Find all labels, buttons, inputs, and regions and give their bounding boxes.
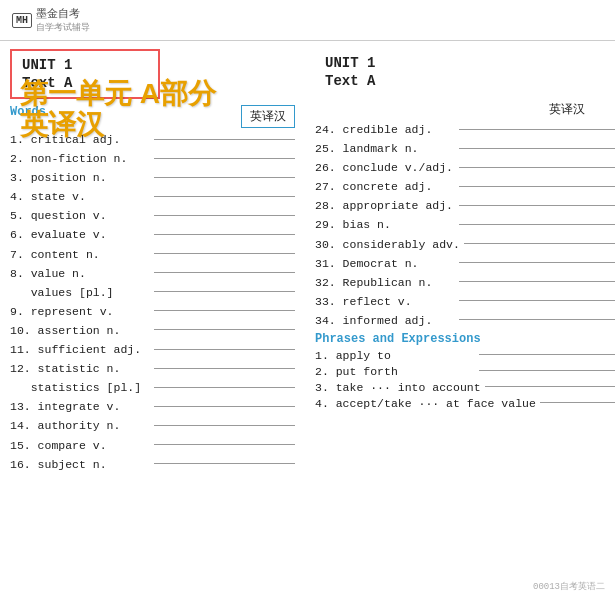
word-underline xyxy=(154,291,295,292)
word-text: values [pl.] xyxy=(10,285,150,301)
word-underline xyxy=(459,262,615,263)
word-item: 16. subject n. xyxy=(10,457,295,473)
word-item: 3. position n. xyxy=(10,170,295,186)
word-text: 9. represent v. xyxy=(10,304,150,320)
word-item: 14. authority n. xyxy=(10,418,295,434)
word-text: 25. landmark n. xyxy=(315,141,455,157)
word-item: 10. assertion n. xyxy=(10,323,295,339)
unit-title-right: UNIT 1 xyxy=(325,55,375,71)
word-item: 31. Democrat n. xyxy=(315,256,615,272)
phrase-item: 1. apply to xyxy=(315,349,615,362)
word-item: 9. represent v. xyxy=(10,304,295,320)
phrase-text: 3. take ··· into account xyxy=(315,381,481,394)
word-text: 31. Democrat n. xyxy=(315,256,455,272)
word-underline xyxy=(459,186,615,187)
word-text: 15. compare v. xyxy=(10,438,150,454)
word-item: 25. landmark n. xyxy=(315,141,615,157)
word-text: 14. authority n. xyxy=(10,418,150,434)
word-text: 8. value n. xyxy=(10,266,150,282)
word-underline xyxy=(154,368,295,369)
word-text: 27. concrete adj. xyxy=(315,179,455,195)
word-item: 27. concrete adj. xyxy=(315,179,615,195)
word-item: 8. value n. xyxy=(10,266,295,282)
word-underline xyxy=(154,196,295,197)
section-header-left: Words 英译汉 xyxy=(10,105,295,128)
phrase-item: 2. put forth xyxy=(315,365,615,378)
word-item: 15. compare v. xyxy=(10,438,295,454)
phrase-text: 2. put forth xyxy=(315,365,475,378)
word-underline xyxy=(154,253,295,254)
word-item: 26. conclude v./adj. xyxy=(315,160,615,176)
word-text: 29. bias n. xyxy=(315,217,455,233)
word-item: statistics [pl.] xyxy=(10,380,295,396)
word-underline xyxy=(459,319,615,320)
word-text: 1. critical adj. xyxy=(10,132,150,148)
phrases-list: 1. apply to 2. put forth 3. take ··· int… xyxy=(315,349,615,410)
word-underline xyxy=(154,349,295,350)
phrase-underline xyxy=(479,370,615,371)
word-underline xyxy=(154,310,295,311)
word-item: 32. Republican n. xyxy=(315,275,615,291)
word-text: 7. content n. xyxy=(10,247,150,263)
text-title-right: Text A xyxy=(325,73,375,89)
logo: MH 墨金自考 自学考试辅导 xyxy=(12,6,90,34)
word-item: 2. non-fiction n. xyxy=(10,151,295,167)
phrase-text: 1. apply to xyxy=(315,349,475,362)
word-text: 32. Republican n. xyxy=(315,275,455,291)
word-text: 34. informed adj. xyxy=(315,313,455,329)
translation-label-right: 英译汉 xyxy=(549,101,585,118)
word-underline xyxy=(154,158,295,159)
logo-brand-text: 墨金自考 xyxy=(36,6,90,21)
logo-mh-badge: MH xyxy=(12,13,32,28)
word-item: 33. reflect v. xyxy=(315,294,615,310)
word-item: 1. critical adj. xyxy=(10,132,295,148)
word-underline xyxy=(459,167,615,168)
word-underline xyxy=(154,329,295,330)
phrase-item: 3. take ··· into account xyxy=(315,381,615,394)
phrase-item: 4. accept/take ··· at face value xyxy=(315,397,615,410)
word-underline xyxy=(154,406,295,407)
word-underline xyxy=(459,281,615,282)
word-item: values [pl.] xyxy=(10,285,295,301)
word-underline xyxy=(154,387,295,388)
app-header: MH 墨金自考 自学考试辅导 xyxy=(0,0,615,41)
word-text: 11. sufficient adj. xyxy=(10,342,150,358)
word-underline xyxy=(154,272,295,273)
word-text: 5. question v. xyxy=(10,208,150,224)
logo-sub-text: 自学考试辅导 xyxy=(36,21,90,34)
word-underline xyxy=(154,463,295,464)
phrase-text: 4. accept/take ··· at face value xyxy=(315,397,536,410)
word-underline xyxy=(154,139,295,140)
watermark: 00013自考英语二 xyxy=(533,580,605,593)
word-text: statistics [pl.] xyxy=(10,380,150,396)
section-header-right: 英译汉 xyxy=(315,101,615,118)
word-item: 11. sufficient adj. xyxy=(10,342,295,358)
word-item: 29. bias n. xyxy=(315,217,615,233)
word-item: 5. question v. xyxy=(10,208,295,224)
main-content: UNIT 1 Text A Words 英译汉 第一单元 A部分 英译汉 1. … xyxy=(0,41,615,484)
right-column: UNIT 1 Text A 英译汉 24. credible adj. 25. … xyxy=(305,49,615,476)
word-text: 3. position n. xyxy=(10,170,150,186)
word-item: 6. evaluate v. xyxy=(10,227,295,243)
word-text: 30. considerably adv. xyxy=(315,237,460,253)
word-item: 7. content n. xyxy=(10,247,295,263)
word-text: 16. subject n. xyxy=(10,457,150,473)
words-label: Words xyxy=(10,105,233,119)
word-underline xyxy=(154,444,295,445)
translation-box: 英译汉 xyxy=(241,105,295,128)
left-column: UNIT 1 Text A Words 英译汉 第一单元 A部分 英译汉 1. … xyxy=(10,49,305,476)
word-item: 34. informed adj. xyxy=(315,313,615,329)
word-text: 12. statistic n. xyxy=(10,361,150,377)
word-item: 13. integrate v. xyxy=(10,399,295,415)
phrase-underline xyxy=(540,402,615,403)
word-text: 24. credible adj. xyxy=(315,122,455,138)
word-item: 12. statistic n. xyxy=(10,361,295,377)
phrase-underline xyxy=(479,354,615,355)
word-underline xyxy=(154,234,295,235)
text-title-left: Text A xyxy=(22,75,148,91)
word-text: 4. state v. xyxy=(10,189,150,205)
phrase-underline xyxy=(485,386,615,387)
word-item: 4. state v. xyxy=(10,189,295,205)
word-underline xyxy=(464,243,615,244)
word-underline xyxy=(459,224,615,225)
